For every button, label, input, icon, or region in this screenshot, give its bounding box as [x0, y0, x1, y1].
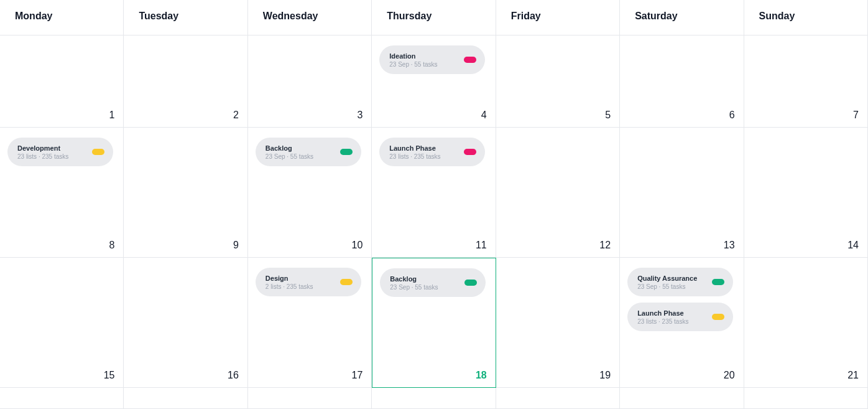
task-card[interactable]: Launch Phase 23 lists · 235 tasks	[627, 303, 733, 331]
day-cell[interactable]: Design 2 lists · 235 tasks 17	[248, 258, 372, 388]
day-cell[interactable]: 2	[124, 35, 247, 128]
day-cell[interactable]	[248, 388, 372, 409]
status-badge	[340, 149, 353, 155]
day-cell[interactable]: 9	[124, 128, 247, 258]
day-cell[interactable]: 3	[248, 35, 372, 128]
task-meta: 23 Sep · 55 tasks	[390, 284, 438, 291]
day-cell[interactable]: 21	[744, 258, 868, 388]
day-number: 2	[233, 110, 239, 121]
status-badge	[464, 57, 476, 63]
header-friday: Friday	[496, 0, 620, 35]
task-title: Launch Phase	[637, 309, 688, 317]
status-badge	[712, 279, 724, 285]
day-cell[interactable]: 6	[620, 35, 744, 128]
day-number: 1	[109, 110, 115, 121]
task-card[interactable]: Ideation 23 Sep · 55 tasks	[379, 45, 485, 74]
task-card[interactable]: Backlog 23 Sep · 55 tasks	[256, 138, 361, 166]
day-cell[interactable]: 15	[0, 258, 124, 388]
day-number: 12	[599, 240, 611, 251]
header-monday: Monday	[0, 0, 124, 35]
day-number: 3	[357, 110, 362, 121]
task-title: Ideation	[389, 52, 437, 60]
status-badge	[340, 279, 353, 285]
day-number: 16	[228, 370, 239, 381]
day-number: 6	[729, 110, 735, 121]
day-number: 18	[476, 370, 487, 381]
task-card[interactable]: Launch Phase 23 lists · 235 tasks	[379, 138, 485, 166]
header-thursday: Thursday	[372, 0, 496, 35]
task-meta: 2 lists · 235 tasks	[265, 283, 313, 290]
task-card[interactable]: Quality Assurance 23 Sep · 55 tasks	[627, 268, 733, 296]
header-tuesday: Tuesday	[124, 0, 247, 35]
task-meta: 23 lists · 235 tasks	[637, 318, 688, 325]
day-cell[interactable]: Launch Phase 23 lists · 235 tasks 11	[372, 128, 496, 258]
day-cell[interactable]: Ideation 23 Sep · 55 tasks 4	[372, 35, 496, 128]
day-cell[interactable]: 14	[744, 128, 868, 258]
day-number: 20	[724, 370, 735, 381]
day-number: 10	[351, 240, 362, 251]
day-cell[interactable]: 16	[124, 258, 247, 388]
day-cell[interactable]: Quality Assurance 23 Sep · 55 tasks Laun…	[620, 258, 744, 388]
header-wednesday: Wednesday	[248, 0, 372, 35]
day-cell[interactable]: 12	[496, 128, 620, 258]
status-badge	[464, 280, 477, 286]
task-title: Quality Assurance	[637, 275, 697, 282]
day-cell[interactable]	[0, 388, 124, 409]
day-number: 5	[605, 110, 611, 121]
task-card[interactable]: Design 2 lists · 235 tasks	[256, 268, 361, 296]
task-title: Design	[265, 275, 313, 282]
task-meta: 23 lists · 235 tasks	[389, 153, 440, 160]
day-number: 13	[724, 240, 735, 251]
status-badge	[712, 314, 724, 320]
calendar-grid: Monday Tuesday Wednesday Thursday Friday…	[0, 0, 868, 409]
day-cell[interactable]: Development 23 lists · 235 tasks 8	[0, 128, 124, 258]
day-cell[interactable]	[372, 388, 496, 409]
day-cell[interactable]	[620, 388, 744, 409]
task-title: Backlog	[390, 275, 438, 283]
day-number: 11	[476, 240, 487, 251]
day-cell-today[interactable]: Backlog 23 Sep · 55 tasks 18	[372, 258, 496, 388]
task-title: Backlog	[265, 144, 313, 152]
day-cell[interactable]: 1	[0, 35, 124, 128]
day-number: 4	[481, 110, 487, 121]
task-meta: 23 Sep · 55 tasks	[389, 61, 437, 68]
status-badge	[464, 149, 476, 155]
day-cell[interactable]: 19	[496, 258, 620, 388]
day-cell[interactable]	[496, 388, 620, 409]
day-number: 17	[351, 370, 362, 381]
header-saturday: Saturday	[620, 0, 744, 35]
day-cell[interactable]	[744, 388, 868, 409]
task-meta: 23 lists · 235 tasks	[17, 153, 68, 160]
task-card[interactable]: Backlog 23 Sep · 55 tasks	[380, 268, 486, 297]
day-cell[interactable]	[124, 388, 247, 409]
header-sunday: Sunday	[744, 0, 868, 35]
day-number: 19	[599, 370, 611, 381]
day-cell[interactable]: 13	[620, 128, 744, 258]
task-meta: 23 Sep · 55 tasks	[637, 283, 697, 290]
day-cell[interactable]: 5	[496, 35, 620, 128]
task-title: Launch Phase	[389, 144, 440, 152]
task-meta: 23 Sep · 55 tasks	[265, 153, 313, 160]
task-title: Development	[17, 144, 68, 152]
day-number: 14	[847, 240, 859, 251]
day-number: 7	[853, 110, 859, 121]
day-cell[interactable]: 7	[744, 35, 868, 128]
day-number: 15	[104, 370, 115, 381]
day-number: 8	[109, 240, 115, 251]
task-card[interactable]: Development 23 lists · 235 tasks	[7, 138, 113, 166]
status-badge	[92, 149, 104, 155]
day-number: 21	[847, 370, 859, 381]
day-cell[interactable]: Backlog 23 Sep · 55 tasks 10	[248, 128, 372, 258]
day-number: 9	[233, 240, 239, 251]
